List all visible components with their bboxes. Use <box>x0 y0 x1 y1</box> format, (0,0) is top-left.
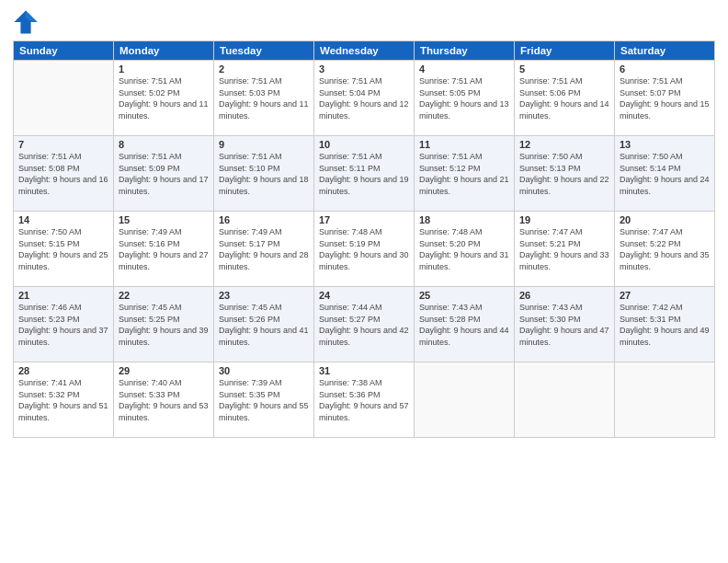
week-row-4: 21Sunrise: 7:46 AMSunset: 5:23 PMDayligh… <box>14 287 715 362</box>
day-info: Sunrise: 7:43 AMSunset: 5:28 PMDaylight:… <box>419 302 509 348</box>
weekday-header-row: SundayMondayTuesdayWednesdayThursdayFrid… <box>14 41 715 61</box>
weekday-wednesday: Wednesday <box>314 41 415 61</box>
calendar-cell: 19Sunrise: 7:47 AMSunset: 5:21 PMDayligh… <box>515 212 615 287</box>
calendar-cell: 14Sunrise: 7:50 AMSunset: 5:15 PMDayligh… <box>14 212 114 287</box>
daylight: Daylight: 9 hours and 16 minutes. <box>18 175 108 196</box>
day-info: Sunrise: 7:46 AMSunset: 5:23 PMDaylight:… <box>18 302 108 348</box>
sunrise: Sunrise: 7:51 AM <box>620 76 683 86</box>
day-number: 17 <box>319 214 409 225</box>
sunset: Sunset: 5:07 PM <box>620 88 681 98</box>
daylight: Daylight: 9 hours and 39 minutes. <box>119 326 209 347</box>
daylight: Daylight: 9 hours and 49 minutes. <box>620 326 710 347</box>
calendar-cell: 18Sunrise: 7:48 AMSunset: 5:20 PMDayligh… <box>415 212 515 287</box>
calendar-cell: 4Sunrise: 7:51 AMSunset: 5:05 PMDaylight… <box>415 61 515 136</box>
calendar-cell <box>415 362 515 438</box>
calendar-cell: 26Sunrise: 7:43 AMSunset: 5:30 PMDayligh… <box>515 287 615 362</box>
calendar-cell: 11Sunrise: 7:51 AMSunset: 5:12 PMDayligh… <box>415 136 515 212</box>
day-info: Sunrise: 7:48 AMSunset: 5:19 PMDaylight:… <box>319 226 409 272</box>
day-info: Sunrise: 7:40 AMSunset: 5:33 PMDaylight:… <box>119 377 209 423</box>
day-info: Sunrise: 7:51 AMSunset: 5:08 PMDaylight:… <box>18 151 108 197</box>
sunrise: Sunrise: 7:51 AM <box>319 76 382 86</box>
calendar-cell: 5Sunrise: 7:51 AMSunset: 5:06 PMDaylight… <box>515 61 615 136</box>
daylight: Daylight: 9 hours and 19 minutes. <box>319 175 409 196</box>
day-number: 20 <box>620 214 710 225</box>
day-number: 15 <box>119 214 209 225</box>
calendar-cell: 27Sunrise: 7:42 AMSunset: 5:31 PMDayligh… <box>615 287 715 362</box>
daylight: Daylight: 9 hours and 33 minutes. <box>519 250 609 271</box>
day-info: Sunrise: 7:43 AMSunset: 5:30 PMDaylight:… <box>519 302 609 348</box>
sunrise: Sunrise: 7:51 AM <box>119 152 182 161</box>
day-number: 28 <box>18 365 108 376</box>
day-info: Sunrise: 7:45 AMSunset: 5:25 PMDaylight:… <box>119 302 209 348</box>
sunrise: Sunrise: 7:50 AM <box>620 152 683 161</box>
day-number: 23 <box>219 290 309 301</box>
sunrise: Sunrise: 7:51 AM <box>419 152 483 161</box>
day-info: Sunrise: 7:51 AMSunset: 5:05 PMDaylight:… <box>419 75 509 121</box>
day-number: 3 <box>319 63 409 75</box>
calendar-cell: 2Sunrise: 7:51 AMSunset: 5:03 PMDaylight… <box>214 61 314 136</box>
day-info: Sunrise: 7:51 AMSunset: 5:03 PMDaylight:… <box>219 75 309 121</box>
day-number: 14 <box>18 214 108 225</box>
logo <box>13 9 42 35</box>
day-info: Sunrise: 7:51 AMSunset: 5:07 PMDaylight:… <box>620 75 710 121</box>
day-number: 10 <box>319 139 409 150</box>
day-number: 2 <box>219 63 309 75</box>
sunrise: Sunrise: 7:50 AM <box>18 227 82 236</box>
calendar-cell: 24Sunrise: 7:44 AMSunset: 5:27 PMDayligh… <box>314 287 415 362</box>
sunrise: Sunrise: 7:49 AM <box>119 227 182 236</box>
weekday-tuesday: Tuesday <box>214 41 314 61</box>
sunset: Sunset: 5:30 PM <box>519 315 581 324</box>
sunset: Sunset: 5:20 PM <box>419 239 481 248</box>
daylight: Daylight: 9 hours and 13 minutes. <box>419 99 509 121</box>
sunrise: Sunrise: 7:46 AM <box>18 303 82 312</box>
day-info: Sunrise: 7:50 AMSunset: 5:15 PMDaylight:… <box>18 226 108 272</box>
day-number: 29 <box>119 365 209 376</box>
day-info: Sunrise: 7:49 AMSunset: 5:17 PMDaylight:… <box>219 226 309 272</box>
sunrise: Sunrise: 7:51 AM <box>18 152 82 161</box>
calendar-cell: 21Sunrise: 7:46 AMSunset: 5:23 PMDayligh… <box>14 287 114 362</box>
calendar-cell: 16Sunrise: 7:49 AMSunset: 5:17 PMDayligh… <box>214 212 314 287</box>
sunrise: Sunrise: 7:43 AM <box>519 303 583 312</box>
daylight: Daylight: 9 hours and 31 minutes. <box>419 250 509 271</box>
sunset: Sunset: 5:06 PM <box>519 88 581 98</box>
sunrise: Sunrise: 7:49 AM <box>219 227 282 236</box>
sunrise: Sunrise: 7:40 AM <box>119 378 182 387</box>
daylight: Daylight: 9 hours and 53 minutes. <box>119 401 209 422</box>
sunset: Sunset: 5:19 PM <box>319 239 381 248</box>
calendar-cell: 17Sunrise: 7:48 AMSunset: 5:19 PMDayligh… <box>314 212 415 287</box>
sunset: Sunset: 5:17 PM <box>219 239 280 248</box>
day-number: 12 <box>519 139 609 150</box>
sunrise: Sunrise: 7:50 AM <box>519 152 583 161</box>
calendar-cell: 29Sunrise: 7:40 AMSunset: 5:33 PMDayligh… <box>114 362 214 438</box>
sunrise: Sunrise: 7:45 AM <box>219 303 282 312</box>
calendar-cell <box>615 362 715 438</box>
sunrise: Sunrise: 7:41 AM <box>18 378 82 387</box>
daylight: Daylight: 9 hours and 47 minutes. <box>519 326 609 347</box>
day-info: Sunrise: 7:50 AMSunset: 5:13 PMDaylight:… <box>519 151 609 197</box>
sunset: Sunset: 5:28 PM <box>419 315 481 324</box>
daylight: Daylight: 9 hours and 44 minutes. <box>419 326 509 347</box>
sunrise: Sunrise: 7:45 AM <box>119 303 182 312</box>
calendar-cell: 13Sunrise: 7:50 AMSunset: 5:14 PMDayligh… <box>615 136 715 212</box>
daylight: Daylight: 9 hours and 11 minutes. <box>119 99 209 121</box>
sunset: Sunset: 5:25 PM <box>119 315 180 324</box>
sunset: Sunset: 5:22 PM <box>620 239 681 248</box>
day-info: Sunrise: 7:38 AMSunset: 5:36 PMDaylight:… <box>319 377 409 423</box>
day-info: Sunrise: 7:51 AMSunset: 5:04 PMDaylight:… <box>319 75 409 121</box>
day-number: 27 <box>620 290 710 301</box>
calendar-cell: 30Sunrise: 7:39 AMSunset: 5:35 PMDayligh… <box>214 362 314 438</box>
day-info: Sunrise: 7:45 AMSunset: 5:26 PMDaylight:… <box>219 302 309 348</box>
day-info: Sunrise: 7:51 AMSunset: 5:09 PMDaylight:… <box>119 151 209 197</box>
sunrise: Sunrise: 7:48 AM <box>319 227 382 236</box>
calendar-cell: 20Sunrise: 7:47 AMSunset: 5:22 PMDayligh… <box>615 212 715 287</box>
sunset: Sunset: 5:32 PM <box>18 390 80 399</box>
day-number: 4 <box>419 63 509 75</box>
calendar-cell: 12Sunrise: 7:50 AMSunset: 5:13 PMDayligh… <box>515 136 615 212</box>
day-number: 26 <box>519 290 609 301</box>
sunrise: Sunrise: 7:51 AM <box>219 152 282 161</box>
calendar-cell: 31Sunrise: 7:38 AMSunset: 5:36 PMDayligh… <box>314 362 415 438</box>
day-number: 25 <box>419 290 509 301</box>
sunrise: Sunrise: 7:43 AM <box>419 303 483 312</box>
daylight: Daylight: 9 hours and 57 minutes. <box>319 401 409 422</box>
day-info: Sunrise: 7:47 AMSunset: 5:22 PMDaylight:… <box>620 226 710 272</box>
